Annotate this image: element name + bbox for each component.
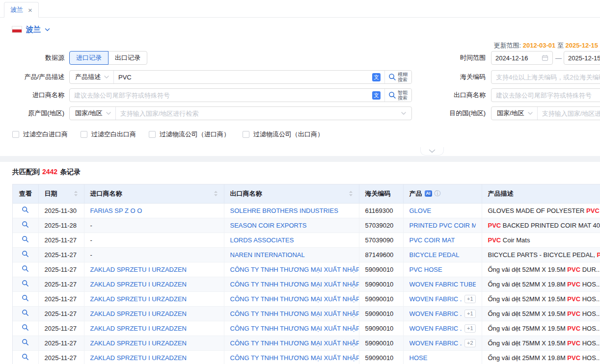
- view-record-button[interactable]: [13, 265, 38, 272]
- product-type-value: 产品描述: [75, 73, 101, 81]
- exporter-link[interactable]: SOLEHRE BROTHERS INDUSTRIES: [230, 207, 338, 214]
- exporter-link[interactable]: CÔNG TY TNHH THƯƠNG MẠI XUẤT NHẬP...: [230, 281, 359, 288]
- magnifier-icon: [22, 309, 29, 316]
- sort-icon[interactable]: [74, 190, 78, 197]
- view-record-button[interactable]: [13, 221, 38, 228]
- desc-pre: BICYCLE PARTS - BICYCLE PEDAL,: [488, 251, 597, 259]
- update-range-to: 至: [557, 42, 564, 49]
- product-link[interactable]: WOVEN FABRIC TUBE: [409, 281, 476, 288]
- importer-name-input[interactable]: [70, 89, 371, 102]
- sort-icon[interactable]: [349, 190, 353, 197]
- exporter-name-input[interactable]: [491, 89, 600, 102]
- product-link[interactable]: GLOVE: [409, 207, 476, 214]
- importer-link[interactable]: ZAKLAD SPRZETU I URZADZEN: [90, 325, 187, 332]
- info-icon[interactable]: ⓘ: [435, 189, 441, 198]
- more-products-badge[interactable]: +1: [464, 324, 476, 333]
- header-importer-label: 进口商名称: [90, 189, 122, 198]
- importer-link[interactable]: ZAKLAD SPRZETU I URZADZEN: [90, 266, 187, 273]
- importer-link[interactable]: ZAKLAD SPRZETU I URZADZEN: [90, 310, 187, 317]
- product-link[interactable]: BICYCLE PEDAL: [409, 251, 476, 259]
- hs-code-cell: 59090010: [365, 325, 394, 332]
- more-products-badge[interactable]: +2: [464, 339, 476, 347]
- product-keyword-input[interactable]: [114, 71, 371, 83]
- desc-highlight: PVC: [586, 207, 600, 214]
- checkbox-filter-logistics-importer[interactable]: 过滤物流公司（进口商）: [149, 130, 230, 139]
- product-link[interactable]: PVC COIR MAT: [409, 236, 476, 244]
- checkbox-icon[interactable]: [81, 131, 87, 138]
- export-records-toggle[interactable]: 出口记录: [108, 51, 147, 65]
- origin-country-select[interactable]: 国家/地区: [70, 107, 116, 120]
- view-record-button[interactable]: [13, 309, 38, 316]
- importer-link[interactable]: FARIAS SP Z O O: [90, 207, 142, 214]
- time-range-control: 2024-12-16 — 2025-12-15: [491, 51, 600, 65]
- product-type-select[interactable]: 产品描述: [70, 71, 114, 83]
- start-date-input[interactable]: 2024-12-16: [491, 51, 553, 65]
- hs-code-label: 海关编码: [421, 70, 486, 84]
- destination-country-input[interactable]: [538, 107, 600, 120]
- view-record-button[interactable]: [13, 338, 38, 346]
- exporter-link[interactable]: CÔNG TY TNHH THƯƠNG MẠI XUẤT NHẬP...: [230, 325, 359, 332]
- checkbox-filter-logistics-exporter[interactable]: 过滤物流公司（出口商）: [243, 130, 324, 139]
- view-record-button[interactable]: [13, 280, 38, 287]
- translate-icon[interactable]: 文: [372, 73, 381, 81]
- product-link[interactable]: WOVEN FABRIC ...: [409, 310, 462, 317]
- view-record-button[interactable]: [13, 206, 38, 213]
- checkbox-filter-blank-importer[interactable]: 过滤空白进口商: [12, 130, 68, 139]
- view-record-button[interactable]: [13, 235, 38, 243]
- close-icon[interactable]: ×: [28, 6, 32, 14]
- checkbox-filter-blank-exporter[interactable]: 过滤空白出口商: [81, 130, 136, 139]
- destination-country-label: 目的国(地区): [421, 106, 486, 120]
- exporter-link[interactable]: LORDS ASSOCIATES: [230, 236, 294, 244]
- importer-link[interactable]: ZAKLAD SPRZETU I URZADZEN: [90, 281, 187, 288]
- importer-link[interactable]: ZAKLAD SPRZETU I URZADZEN: [90, 295, 187, 303]
- tab-poland[interactable]: 波兰 ×: [4, 2, 39, 18]
- product-link[interactable]: WOVEN FABRIC ...: [409, 325, 462, 332]
- product-link[interactable]: PVC HOSE: [409, 266, 476, 273]
- more-products-badge[interactable]: +1: [464, 295, 476, 303]
- product-link[interactable]: HOSE: [409, 354, 476, 362]
- product-link[interactable]: WOVEN FABRIC ...: [409, 295, 462, 303]
- exporter-link[interactable]: SEASON COIR EXPORTS: [230, 222, 307, 229]
- exporter-link[interactable]: CÔNG TY TNHH THƯƠNG MẠI XUẤT NHẬP...: [230, 310, 359, 317]
- desc-post: HOS...: [580, 325, 600, 332]
- exporter-link[interactable]: NAREN INTERNATIONAL: [230, 251, 305, 259]
- checkbox-label: 过滤空白进口商: [23, 130, 68, 139]
- country-selector[interactable]: 波兰: [12, 24, 50, 35]
- exporter-link[interactable]: CÔNG TY TNHH THƯƠNG MẠI XUẤT NHẬP...: [230, 354, 359, 362]
- hs-code-cell: 57039020: [365, 222, 394, 229]
- chevron-down-icon[interactable]: [401, 112, 406, 115]
- view-record-button[interactable]: [13, 353, 38, 361]
- fuzzy-search-button[interactable]: 模糊搜索: [384, 71, 411, 83]
- magnifier-icon: [22, 265, 29, 272]
- product-link[interactable]: PRINTED PVC COIR M...: [409, 222, 476, 229]
- exporter-link[interactable]: CÔNG TY TNHH THƯƠNG MẠI XUẤT NHẬP...: [230, 295, 359, 303]
- destination-country-select[interactable]: 国家/地区: [491, 107, 538, 120]
- tab-bar: 波兰 ×: [0, 0, 600, 18]
- sort-icon[interactable]: [214, 190, 218, 197]
- checkbox-icon[interactable]: [149, 131, 156, 138]
- importer-link[interactable]: ZAKLAD SPRZETU I URZADZEN: [90, 339, 187, 347]
- exporter-link[interactable]: CÔNG TY TNHH THƯƠNG MẠI XUẤT NHẬP...: [230, 339, 359, 347]
- more-products-badge[interactable]: +1: [464, 310, 476, 318]
- importer-name-label: 进口商名称: [0, 88, 64, 102]
- exporter-link[interactable]: CÔNG TY TNHH THƯƠNG MẠI XUẤT NHẬP...: [230, 266, 359, 273]
- product-link[interactable]: WOVEN FABRIC ...: [409, 339, 462, 347]
- importer-link[interactable]: ZAKLAD SPRZETU I URZADZEN: [90, 354, 187, 362]
- import-records-toggle[interactable]: 进口记录: [69, 51, 109, 65]
- magnifier-icon: [22, 250, 29, 258]
- collapse-filters-handle[interactable]: [420, 147, 444, 156]
- checkbox-icon[interactable]: [12, 131, 19, 138]
- view-record-button[interactable]: [13, 324, 38, 331]
- hs-code-input[interactable]: [491, 71, 600, 83]
- magnifier-icon: [22, 324, 29, 331]
- smart-search-button[interactable]: 智能搜索: [384, 89, 411, 102]
- checkbox-icon[interactable]: [243, 131, 249, 138]
- end-date-input[interactable]: 2025-12-15: [564, 51, 600, 65]
- product-description: Ống vải dệt 52MM X 19.8M PVC HOS...: [482, 277, 600, 291]
- origin-country-input[interactable]: [116, 107, 396, 120]
- desc-pre: GLOVES MADE OF POLYESTER: [488, 207, 587, 214]
- view-record-button[interactable]: [13, 250, 38, 258]
- view-record-button[interactable]: [13, 294, 38, 302]
- translate-icon[interactable]: 文: [372, 91, 381, 100]
- table-header-row: 查看 日期 进口商名称 出口商名称: [13, 184, 600, 203]
